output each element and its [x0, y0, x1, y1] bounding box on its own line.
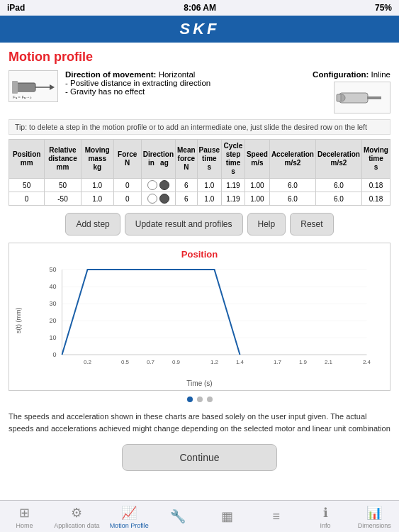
skf-logo: SKF — [0, 20, 399, 38]
col-rel-dist: Relativedistancemm — [45, 140, 81, 179]
nav-label-home: Home — [16, 522, 33, 529]
table-row: 61.01.191.006.06.00.18 — [9, 179, 390, 192]
svg-text:1.9: 1.9 — [299, 359, 308, 365]
col-force: ForceN — [113, 140, 141, 179]
nav-label-info: Info — [320, 522, 331, 529]
input-force-1[interactable] — [116, 195, 140, 203]
cell-decel: 6.0 — [315, 192, 361, 206]
cell-position[interactable] — [9, 179, 45, 192]
cell-movMass[interactable] — [81, 179, 113, 192]
nav-item-motion-profile[interactable]: 📈 Motion Profile — [110, 505, 149, 529]
status-bar: iPad 8:06 AM 75% — [0, 0, 399, 16]
direction-section: F₁ = F₂→₀ Direction of movement: Horizon… — [9, 70, 390, 113]
cell-position[interactable] — [9, 192, 45, 206]
config-label: Configuration: — [313, 70, 369, 79]
direction-value: Horizontal — [159, 70, 196, 79]
nav-item-info[interactable]: ℹ Info — [306, 505, 345, 529]
cell-force[interactable] — [113, 179, 141, 192]
svg-text:2.4: 2.4 — [363, 359, 371, 365]
cell-speed: 1.00 — [245, 179, 269, 192]
cell-force[interactable] — [113, 192, 141, 206]
cell-accel: 6.0 — [269, 192, 315, 206]
position-chart: Position s(t) (mm) 0 10 20 — [9, 243, 390, 391]
input-position-0[interactable] — [11, 182, 43, 189]
col-pause-time: Pausetimes — [197, 140, 221, 179]
table-header-row: Positionmm Relativedistancemm Movingmass… — [9, 140, 390, 179]
input-force-0[interactable] — [116, 182, 140, 189]
svg-marker-2 — [50, 84, 55, 90]
cell-speed: 1.00 — [245, 192, 269, 206]
cell-movMass[interactable] — [81, 192, 113, 206]
direction-diagram: F₁ = F₂→₀ — [9, 70, 58, 102]
svg-text:1.4: 1.4 — [236, 359, 245, 365]
config-diagram — [334, 82, 390, 113]
status-bar-left: iPad — [7, 3, 25, 13]
svg-text:20: 20 — [49, 317, 56, 324]
svg-text:30: 30 — [49, 300, 56, 307]
dot-3[interactable] — [207, 397, 213, 402]
info-text: The speeds and acceleration shown in the… — [9, 406, 390, 438]
nav-item-tool[interactable]: 🔧 — [159, 509, 198, 526]
col-mov-mass: Movingmasskg — [81, 140, 113, 179]
cell-moveTime: 0.18 — [361, 179, 390, 192]
radio-ag-0[interactable] — [159, 180, 169, 190]
update-result-button[interactable]: Update result and profiles — [125, 213, 243, 235]
radio-ag-1[interactable] — [159, 194, 169, 204]
continue-button[interactable]: Continue — [122, 444, 276, 471]
radio-in-0[interactable] — [147, 180, 157, 190]
cell-moveTime: 0.18 — [361, 192, 390, 206]
nav-label-app-data: Application data — [54, 522, 99, 529]
input-movMass-0[interactable] — [83, 182, 112, 189]
cell-decel: 6.0 — [315, 179, 361, 192]
nav-item-grid[interactable]: ▦ — [208, 509, 247, 526]
input-relDist-1[interactable] — [46, 195, 79, 203]
svg-text:F₁ = F₂→₀: F₁ = F₂→₀ — [13, 95, 32, 99]
config-value: Inline — [371, 70, 391, 79]
cell-cycleStep: 1.19 — [222, 192, 245, 206]
nav-item-dimensions[interactable]: 📊 Dimensions — [355, 505, 394, 529]
radio-in-1[interactable] — [147, 194, 157, 204]
reset-button[interactable]: Reset — [290, 213, 333, 235]
svg-text:1.2: 1.2 — [210, 359, 219, 365]
input-movMass-1[interactable] — [83, 195, 112, 203]
add-step-button[interactable]: Add step — [65, 213, 120, 235]
bottom-nav: ⊞ Home ⚙ Application data 📈 Motion Profi… — [0, 500, 399, 532]
nav-label-dimensions: Dimensions — [358, 522, 391, 529]
cell-relDist[interactable] — [45, 192, 81, 206]
svg-text:0.9: 0.9 — [172, 359, 181, 365]
action-buttons: Add step Update result and profiles Help… — [9, 213, 390, 235]
svg-text:0: 0 — [52, 351, 56, 358]
chart-y-label: s(t) (mm) — [15, 262, 22, 378]
cell-relDist[interactable] — [45, 179, 81, 192]
grid-icon: ▦ — [221, 509, 233, 524]
page-title: Motion profile — [9, 50, 390, 65]
svg-text:40: 40 — [49, 283, 56, 290]
cell-direction[interactable] — [141, 192, 175, 206]
col-decel: Decelerationm/s2 — [315, 140, 361, 179]
svg-text:0.2: 0.2 — [84, 359, 92, 365]
dot-1[interactable] — [187, 397, 193, 402]
continue-btn-row: Continue — [9, 444, 390, 471]
cell-direction[interactable] — [141, 179, 175, 192]
status-bar-right: 75% — [375, 3, 392, 13]
motion-table: Positionmm Relativedistancemm Movingmass… — [9, 139, 390, 206]
col-mean-force: MeanforceN — [176, 140, 198, 179]
home-icon: ⊞ — [19, 505, 30, 521]
main-content: Motion profile F₁ = F₂→₀ Direction of mo… — [0, 43, 399, 528]
svg-text:1.7: 1.7 — [274, 359, 282, 365]
gear-icon: ⚙ — [71, 505, 82, 521]
nav-item-home[interactable]: ⊞ Home — [5, 505, 44, 529]
svg-rect-6 — [367, 96, 381, 99]
input-position-1[interactable] — [11, 195, 43, 203]
help-button[interactable]: Help — [247, 213, 286, 235]
chart-svg: 0 10 20 30 40 50 0.2 0.5 0.7 0.9 — [23, 262, 384, 376]
input-relDist-0[interactable] — [46, 182, 79, 189]
col-position: Positionmm — [9, 140, 45, 179]
nav-item-list[interactable]: ≡ — [257, 509, 296, 526]
svg-text:0.7: 0.7 — [147, 359, 155, 365]
tip-bar: Tip: to delete a step in the motion prof… — [9, 119, 390, 135]
status-bar-center: 8:06 AM — [184, 3, 216, 13]
cell-pauseTime: 1.0 — [197, 179, 221, 192]
nav-item-app-data[interactable]: ⚙ Application data — [54, 505, 99, 529]
dot-2[interactable] — [197, 397, 203, 402]
